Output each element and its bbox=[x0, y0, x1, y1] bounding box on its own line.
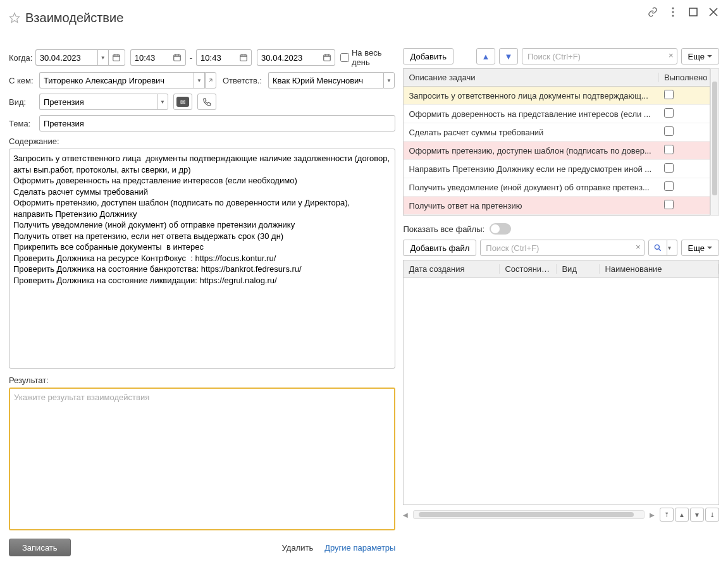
task-more-button[interactable]: Еще bbox=[681, 48, 719, 64]
svg-point-2 bbox=[672, 15, 674, 17]
content-textarea[interactable] bbox=[9, 149, 395, 369]
task-row[interactable]: Оформить доверенность на представление и… bbox=[404, 105, 710, 123]
task-row-done-checkbox[interactable] bbox=[664, 200, 674, 209]
task-row[interactable]: Получить ответ на претензию bbox=[404, 197, 710, 215]
task-row[interactable]: Получить уведомление (иной документ) об … bbox=[404, 178, 710, 197]
all-day-label: На весь день bbox=[352, 48, 395, 67]
file-col-state: Состояние ... bbox=[500, 264, 557, 274]
email-button[interactable]: ✉ bbox=[173, 94, 192, 110]
show-all-files-label: Показать все файлы: bbox=[403, 224, 484, 234]
move-up-button[interactable]: ▲ bbox=[476, 48, 495, 64]
task-row-description: Запросить у ответственного лица документ… bbox=[404, 91, 659, 101]
date-start-dropdown[interactable]: ▼ bbox=[97, 49, 109, 66]
date-start-input[interactable] bbox=[35, 49, 97, 66]
kebab-menu-icon[interactable] bbox=[667, 6, 679, 18]
task-row-description: Направить Претензию Должнику если не пре… bbox=[404, 164, 659, 174]
svg-rect-3 bbox=[689, 8, 697, 16]
nav-first-button[interactable]: ⤒ bbox=[660, 508, 674, 522]
file-col-name: Наименование bbox=[600, 264, 719, 274]
maximize-icon[interactable] bbox=[688, 6, 699, 18]
task-row-done-checkbox[interactable] bbox=[664, 108, 674, 118]
task-row-done-checkbox[interactable] bbox=[664, 126, 674, 136]
hscroll-right-icon[interactable]: ▶ bbox=[650, 511, 655, 518]
kind-label: Вид: bbox=[9, 97, 39, 107]
content-label: Содержание: bbox=[9, 137, 395, 146]
task-row-done-checkbox[interactable] bbox=[664, 181, 674, 191]
task-col-done: Выполнено bbox=[659, 73, 710, 82]
close-icon[interactable] bbox=[708, 6, 719, 18]
responsible-input[interactable] bbox=[268, 72, 383, 89]
kind-input[interactable] bbox=[39, 94, 157, 110]
file-hscrollbar[interactable] bbox=[413, 510, 645, 519]
add-file-button[interactable]: Добавить файл bbox=[403, 240, 476, 256]
window-title: Взаимодействие bbox=[25, 11, 123, 25]
svg-point-1 bbox=[672, 11, 674, 13]
task-search-clear-icon[interactable]: × bbox=[669, 51, 674, 60]
date-end-input[interactable] bbox=[257, 49, 319, 66]
svg-point-8 bbox=[655, 245, 659, 249]
time-start-calendar-icon[interactable] bbox=[170, 49, 186, 66]
time-start-input[interactable] bbox=[130, 49, 170, 66]
link-icon[interactable] bbox=[647, 6, 658, 18]
nav-up-button[interactable]: ▲ bbox=[675, 508, 689, 522]
task-search-input[interactable] bbox=[522, 48, 677, 64]
when-label: Когда: bbox=[9, 53, 35, 63]
result-label: Результат: bbox=[9, 376, 395, 385]
hscroll-left-icon[interactable]: ◀ bbox=[403, 511, 408, 518]
with-dropdown[interactable]: ▼ bbox=[194, 72, 205, 89]
task-row-done-checkbox[interactable] bbox=[664, 90, 674, 99]
file-search-button[interactable] bbox=[648, 240, 667, 256]
nav-down-button[interactable]: ▼ bbox=[690, 508, 704, 522]
task-row-done-checkbox[interactable] bbox=[664, 145, 674, 154]
task-row-description: Получить уведомление (иной документ) об … bbox=[404, 183, 659, 192]
task-row-description: Оформить претензию, доступен шаблон (под… bbox=[404, 146, 659, 156]
delete-link[interactable]: Удалить bbox=[282, 543, 314, 553]
task-col-description: Описание задачи bbox=[404, 73, 659, 82]
result-textarea[interactable] bbox=[9, 388, 395, 530]
task-row-description: Получить ответ на претензию bbox=[404, 201, 659, 211]
file-more-button[interactable]: Еще bbox=[681, 240, 719, 256]
task-row[interactable]: Направить Претензию Должнику если не пре… bbox=[404, 160, 710, 178]
topic-input[interactable] bbox=[39, 115, 395, 131]
other-params-link[interactable]: Другие параметры bbox=[324, 543, 395, 553]
email-icon: ✉ bbox=[176, 97, 189, 107]
topic-label: Тема: bbox=[9, 119, 39, 128]
file-search-clear-icon[interactable]: × bbox=[636, 242, 641, 252]
arrow-up-icon: ▲ bbox=[481, 52, 490, 61]
time-end-calendar-icon[interactable] bbox=[235, 49, 252, 66]
date-end-calendar-icon[interactable] bbox=[319, 49, 335, 66]
time-dash: - bbox=[190, 53, 192, 63]
responsible-dropdown[interactable]: ▼ bbox=[383, 72, 395, 89]
task-row[interactable]: Оформить претензию, доступен шаблон (под… bbox=[404, 142, 710, 160]
task-row-done-checkbox[interactable] bbox=[664, 163, 674, 173]
move-down-button[interactable]: ▼ bbox=[499, 48, 518, 64]
with-open-icon[interactable] bbox=[205, 72, 216, 89]
svg-rect-7 bbox=[323, 55, 330, 61]
file-search-dropdown[interactable]: ▼ bbox=[667, 240, 677, 256]
svg-point-0 bbox=[672, 8, 674, 9]
time-end-input[interactable] bbox=[196, 49, 235, 66]
file-col-created: Дата создания bbox=[404, 264, 500, 274]
write-button[interactable]: Записать bbox=[9, 539, 71, 556]
date-start-calendar-icon[interactable] bbox=[109, 49, 125, 66]
file-col-kind: Вид bbox=[557, 264, 600, 274]
task-row-description: Сделать расчет суммы требований bbox=[404, 128, 659, 137]
nav-last-button[interactable]: ⤓ bbox=[705, 508, 719, 522]
add-task-button[interactable]: Добавить bbox=[403, 48, 453, 64]
with-input[interactable] bbox=[39, 72, 194, 89]
task-row[interactable]: Запросить у ответственного лица документ… bbox=[404, 87, 710, 105]
svg-rect-6 bbox=[240, 55, 247, 61]
with-label: С кем: bbox=[9, 76, 39, 85]
file-search-input[interactable] bbox=[480, 240, 644, 256]
show-all-files-toggle[interactable] bbox=[490, 223, 511, 235]
phone-button[interactable] bbox=[197, 94, 216, 110]
all-day-checkbox[interactable] bbox=[340, 52, 349, 63]
svg-rect-4 bbox=[113, 55, 120, 61]
chevron-down-icon: ▼ bbox=[667, 245, 672, 251]
task-scrollbar[interactable] bbox=[710, 68, 719, 216]
favorite-star-icon[interactable] bbox=[9, 12, 20, 23]
kind-dropdown[interactable]: ▼ bbox=[157, 94, 168, 110]
search-icon bbox=[653, 243, 662, 252]
arrow-down-icon: ▼ bbox=[504, 52, 512, 61]
task-row[interactable]: Сделать расчет суммы требований bbox=[404, 123, 710, 142]
